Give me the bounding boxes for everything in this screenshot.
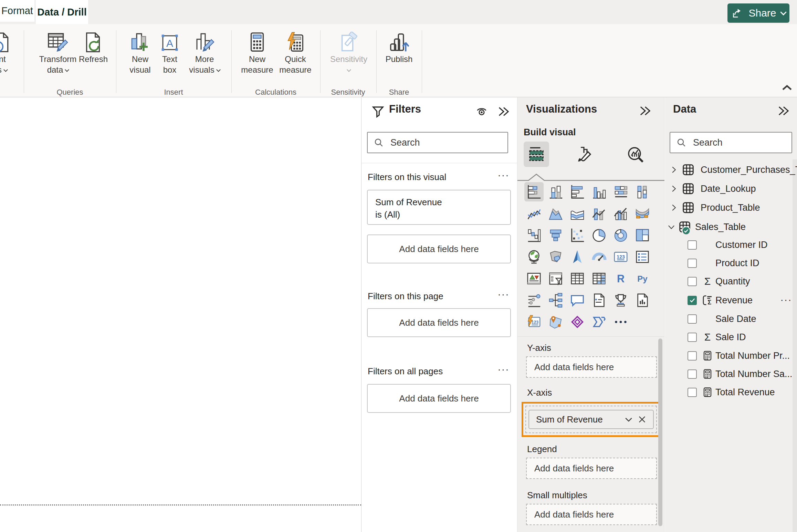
filters-collapse-icon[interactable]	[497, 106, 510, 117]
chevron-right-icon[interactable]	[668, 203, 680, 212]
visual-more-options-icon[interactable]	[611, 312, 630, 332]
recent-sources-button-partial[interactable]: ent es	[0, 24, 24, 84]
visual-map-icon[interactable]	[524, 247, 544, 267]
field-row-customer-id[interactable]: Customer ID	[665, 236, 792, 254]
filters-visual-more-options[interactable]: ...	[498, 171, 510, 175]
data-search-input[interactable]	[692, 137, 797, 148]
filters-page-drop-well[interactable]: Add data fields here	[367, 308, 511, 337]
data-search[interactable]	[670, 132, 792, 153]
x-axis-well[interactable]: Sum of Revenue	[525, 406, 657, 433]
visual-pie-chart-icon[interactable]	[589, 226, 609, 245]
x-axis-field-pill[interactable]: Sum of Revenue	[528, 410, 654, 429]
visual-matrix-icon[interactable]	[589, 269, 609, 288]
visual-scatter-chart-icon[interactable]	[568, 226, 587, 245]
tab-build-visual[interactable]	[524, 142, 549, 167]
field-row-total-revenue[interactable]: Total Revenue	[665, 383, 792, 401]
visual-stacked-column-chart-icon[interactable]	[546, 182, 565, 201]
pill-chevron-down-icon[interactable]	[623, 414, 634, 425]
field-more-options[interactable]: ...	[780, 296, 792, 299]
table-row-date-lookup[interactable]: Date_Lookup	[665, 179, 792, 198]
field-row-revenue[interactable]: Σ Revenue ...	[665, 291, 792, 310]
visual-clustered-column-chart-icon[interactable]	[589, 182, 609, 201]
visual-metrics-icon[interactable]	[611, 291, 630, 310]
checkbox[interactable]	[688, 351, 697, 361]
checkbox[interactable]	[688, 369, 697, 379]
filter-card-sum-of-revenue[interactable]: Sum of Revenue is (All)	[367, 190, 511, 225]
visual-paginated-report-icon[interactable]	[633, 291, 652, 310]
visual-smart-narrative-icon[interactable]	[589, 291, 609, 310]
tab-analytics[interactable]	[626, 145, 645, 164]
data-collapse-icon[interactable]	[777, 105, 790, 117]
y-axis-well[interactable]: Add data fields here	[526, 356, 657, 378]
chevron-down-icon[interactable]	[665, 222, 677, 231]
tab-data-drill[interactable]: Data / Drill	[36, 0, 88, 24]
visual-clustered-bar-chart-icon[interactable]	[568, 182, 587, 201]
visual-power-automate-icon[interactable]	[589, 312, 609, 332]
visual-decomposition-tree-icon[interactable]	[546, 291, 565, 310]
table-row-customer-purchases[interactable]: Customer_Purchases_Ta...	[665, 160, 792, 179]
field-row-sale-id[interactable]: Σ Sale ID	[665, 328, 792, 346]
field-row-total-number-pr[interactable]: Total Number Pr...	[665, 346, 792, 365]
checkbox[interactable]	[688, 259, 697, 268]
visual-card-icon[interactable]: 123	[611, 247, 630, 267]
field-row-total-number-sa[interactable]: Total Number Sa...	[665, 365, 792, 383]
visual-slicer-icon[interactable]	[546, 269, 565, 288]
checkbox[interactable]	[688, 277, 697, 286]
visual-power-apps-icon[interactable]	[568, 312, 587, 332]
quick-measure-button[interactable]: Quick measure	[274, 24, 317, 84]
filters-search-input[interactable]	[390, 137, 513, 148]
checkbox-checked[interactable]	[688, 296, 697, 305]
more-visuals-button[interactable]: More visuals	[182, 24, 227, 84]
visualizations-collapse-icon[interactable]	[639, 105, 652, 117]
visual-donut-chart-icon[interactable]	[611, 226, 630, 245]
visual-treemap-icon[interactable]	[633, 226, 652, 245]
visual-funnel-icon[interactable]	[546, 226, 565, 245]
visual-azure-map-icon[interactable]	[568, 247, 587, 267]
checkbox[interactable]	[688, 388, 697, 397]
visual-table-icon[interactable]	[568, 269, 587, 288]
visual-key-influencers-icon[interactable]	[524, 291, 544, 310]
visual-python-icon[interactable]: Py	[633, 269, 652, 288]
pill-remove-icon[interactable]	[637, 415, 647, 424]
field-row-sale-date[interactable]: Sale Date	[665, 310, 792, 328]
visualizations-scrollbar[interactable]	[658, 338, 662, 526]
visual-kpi-icon[interactable]	[524, 269, 544, 288]
visual-arcgis-maps-icon[interactable]	[546, 312, 565, 332]
checkbox[interactable]	[688, 240, 697, 250]
filters-allpages-drop-well[interactable]: Add data fields here	[367, 384, 511, 413]
collapse-ribbon-icon[interactable]	[781, 83, 793, 92]
visual-filled-map-icon[interactable]	[546, 247, 565, 267]
refresh-button[interactable]: Refresh	[74, 24, 112, 84]
table-row-product-table[interactable]: Product_Table	[665, 198, 792, 217]
visual-100-stacked-column-chart-icon[interactable]	[633, 182, 652, 201]
filters-visual-drop-well[interactable]: Add data fields here	[367, 234, 511, 263]
tab-format[interactable]: Format	[0, 0, 34, 22]
chevron-right-icon[interactable]	[668, 184, 680, 193]
share-button[interactable]: Share	[727, 3, 789, 23]
filters-visibility-eye-icon[interactable]	[475, 106, 488, 117]
visual-multi-row-card-icon[interactable]	[633, 247, 652, 267]
visual-line-and-stacked-column-chart-icon[interactable]	[589, 204, 609, 223]
filters-allpages-more-options[interactable]: ...	[498, 365, 510, 369]
new-measure-button[interactable]: New measure	[236, 24, 278, 84]
filters-page-more-options[interactable]: ...	[498, 290, 510, 294]
report-canvas[interactable]	[0, 97, 361, 532]
visual-stacked-area-chart-icon[interactable]	[568, 204, 587, 223]
publish-button[interactable]: Publish	[379, 24, 419, 84]
field-row-quantity[interactable]: Σ Quantity	[665, 272, 792, 291]
legend-well[interactable]: Add data fields here	[526, 458, 657, 479]
visual-100-stacked-bar-chart-icon[interactable]	[611, 182, 630, 201]
filters-search[interactable]	[367, 132, 508, 153]
visual-line-chart-icon[interactable]	[524, 204, 544, 223]
table-row-sales-table[interactable]: Sales_Table	[665, 218, 792, 236]
visual-stacked-bar-chart-icon[interactable]	[524, 182, 544, 201]
visual-waterfall-chart-icon[interactable]	[524, 226, 544, 245]
small-multiples-well[interactable]: Add data fields here	[526, 504, 657, 525]
visual-ribbon-chart-icon[interactable]	[633, 204, 652, 223]
checkbox[interactable]	[688, 314, 697, 324]
tab-format-visual[interactable]	[574, 145, 593, 164]
chevron-right-icon[interactable]	[668, 165, 680, 174]
visual-area-chart-icon[interactable]	[546, 204, 565, 223]
data-scrollbar[interactable]	[793, 159, 797, 532]
visual-line-and-clustered-column-chart-icon[interactable]	[611, 204, 630, 223]
